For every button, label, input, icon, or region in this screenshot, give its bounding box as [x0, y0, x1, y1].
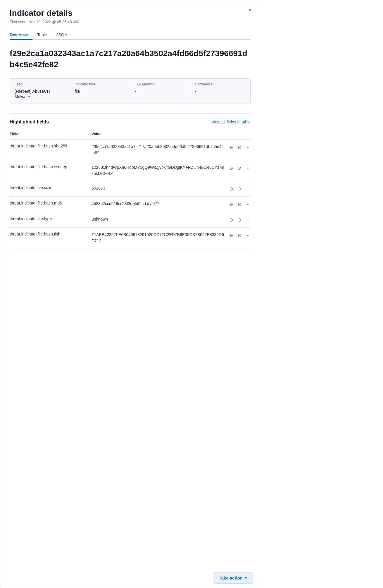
col-value-header: Value [92, 129, 224, 139]
field-name-cell: threat.indicator.file.hash.tlsh [10, 227, 92, 248]
more-actions-icon[interactable]: ⋯ [244, 217, 251, 223]
meta-tlp-label: TLP Marking [135, 82, 185, 86]
take-action-label: Take action [219, 575, 243, 580]
tab-json[interactable]: JSON [52, 30, 72, 40]
table-header-row: Field Value [10, 129, 251, 139]
panel-title: Indicator details [10, 8, 251, 18]
section-title: Highlighted fields [10, 119, 49, 125]
field-value-cell: 4583c2ccd516cc23f2eefd0fcdaca977 [92, 196, 224, 212]
add-filter-icon[interactable]: ⊕ [228, 217, 234, 223]
fields-table: Field Value threat.indicator.file.hash.s… [10, 129, 251, 248]
field-value-cell: 501873 [92, 181, 224, 196]
meta-tlp: TLP Marking - [130, 79, 190, 104]
field-actions-cell: ⊕⊖⋯ [224, 196, 251, 212]
field-value-cell: 12288:Jh4dWpXh6HdbMY1gQ9WjtZjvbkj/GDlJgl… [92, 160, 224, 181]
more-actions-icon[interactable]: ⋯ [244, 201, 251, 208]
remove-filter-icon[interactable]: ⊖ [236, 186, 242, 192]
field-actions: ⊕⊖⋯ [224, 232, 251, 239]
field-actions-cell: ⊕⊖⋯ [224, 227, 251, 248]
meta-indicator-type-value: file [75, 89, 125, 94]
hash-value: f29e2ca1a032343ac1a7c217a20a64b3502a4fd6… [10, 48, 251, 70]
more-actions-icon[interactable]: ⋯ [244, 165, 251, 171]
table-row: threat.indicator.file.hash.ssdeep12288:J… [10, 160, 251, 181]
meta-confidence-label: Confidence [195, 82, 246, 86]
more-actions-icon[interactable]: ⋯ [244, 144, 251, 151]
field-actions-cell: ⊕⊖⋯ [224, 160, 251, 181]
more-actions-icon[interactable]: ⋯ [244, 186, 251, 192]
meta-indicator-type: Indicator type file [70, 79, 130, 104]
col-field-header: Field [10, 129, 92, 139]
table-row: threat.indicator.file.size501873⊕⊖⋯ [10, 181, 251, 196]
table-row: threat.indicator.file.hash.md54583c2ccd5… [10, 196, 251, 212]
meta-confidence-value: - [195, 89, 246, 94]
remove-filter-icon[interactable]: ⊖ [236, 144, 242, 151]
field-name-cell: threat.indicator.file.type [10, 212, 92, 227]
chevron-down-icon: ▾ [245, 576, 247, 580]
meta-grid: Feed [Filebeat] AbuseCH Malware Indicato… [10, 78, 251, 104]
remove-filter-icon[interactable]: ⊖ [236, 165, 242, 171]
field-name-cell: threat.indicator.file.hash.ssdeep [10, 160, 92, 181]
field-actions: ⊕⊖⋯ [224, 164, 251, 171]
add-filter-icon[interactable]: ⊕ [228, 232, 234, 239]
meta-confidence: Confidence - [190, 79, 251, 104]
field-actions-cell: ⊕⊖⋯ [224, 181, 251, 196]
take-action-button[interactable]: Take action ▾ [213, 572, 253, 584]
meta-indicator-type-label: Indicator type [75, 82, 125, 86]
meta-feed-value: [Filebeat] AbuseCH Malware [15, 89, 65, 100]
field-actions-cell: ⊕⊖⋯ [224, 139, 251, 160]
add-filter-icon[interactable]: ⊕ [228, 144, 234, 151]
divider [10, 113, 251, 114]
col-actions-header [224, 129, 251, 139]
section-header: Highlighted fields View all fields in ta… [10, 119, 251, 125]
remove-filter-icon[interactable]: ⊖ [236, 232, 242, 239]
meta-feed-label: Feed [15, 82, 65, 86]
field-actions: ⊕⊖⋯ [224, 201, 251, 208]
close-button[interactable]: × [246, 6, 254, 14]
tabs-bar: Overview Table JSON [10, 30, 251, 40]
field-actions: ⊕⊖⋯ [224, 216, 251, 223]
indicator-details-panel: × Indicator details First seen: Nov 18, … [0, 0, 260, 588]
add-filter-icon[interactable]: ⊕ [228, 186, 234, 192]
field-actions: ⊕⊖⋯ [224, 185, 251, 192]
table-row: threat.indicator.file.typeunknown⊕⊖⋯ [10, 212, 251, 227]
table-row: threat.indicator.file.hash.sha256f29e2ca… [10, 139, 251, 160]
take-action-bar: Take action ▾ [0, 568, 260, 588]
view-all-link[interactable]: View all fields in table [211, 120, 251, 124]
add-filter-icon[interactable]: ⊕ [228, 165, 234, 171]
remove-filter-icon[interactable]: ⊖ [236, 217, 242, 223]
field-actions: ⊕⊖⋯ [224, 144, 251, 151]
meta-feed: Feed [Filebeat] AbuseCH Malware [10, 79, 70, 104]
field-actions-cell: ⊕⊖⋯ [224, 212, 251, 227]
field-name-cell: threat.indicator.file.size [10, 181, 92, 196]
add-filter-icon[interactable]: ⊕ [228, 201, 234, 208]
meta-tlp-value: - [135, 89, 185, 94]
tab-overview[interactable]: Overview [10, 30, 32, 40]
tab-table[interactable]: Table [32, 30, 51, 40]
field-value-cell: unknown [92, 212, 224, 227]
table-row: threat.indicator.file.hash.tlshT1AEB4235… [10, 227, 251, 248]
field-value-cell: T1AEB42352FE6B046973291020CC72C2ED7B6E05… [92, 227, 224, 248]
panel-subtitle: First seen: Nov 18, 2022 @ 05:36:48.000 [10, 20, 251, 24]
field-value-cell: f29e2ca1a032343ac1a7c217a20a64b3502a4fd6… [92, 139, 224, 160]
more-actions-icon[interactable]: ⋯ [244, 232, 251, 239]
remove-filter-icon[interactable]: ⊖ [236, 201, 242, 208]
field-name-cell: threat.indicator.file.hash.sha256 [10, 139, 92, 160]
field-name-cell: threat.indicator.file.hash.md5 [10, 196, 92, 212]
